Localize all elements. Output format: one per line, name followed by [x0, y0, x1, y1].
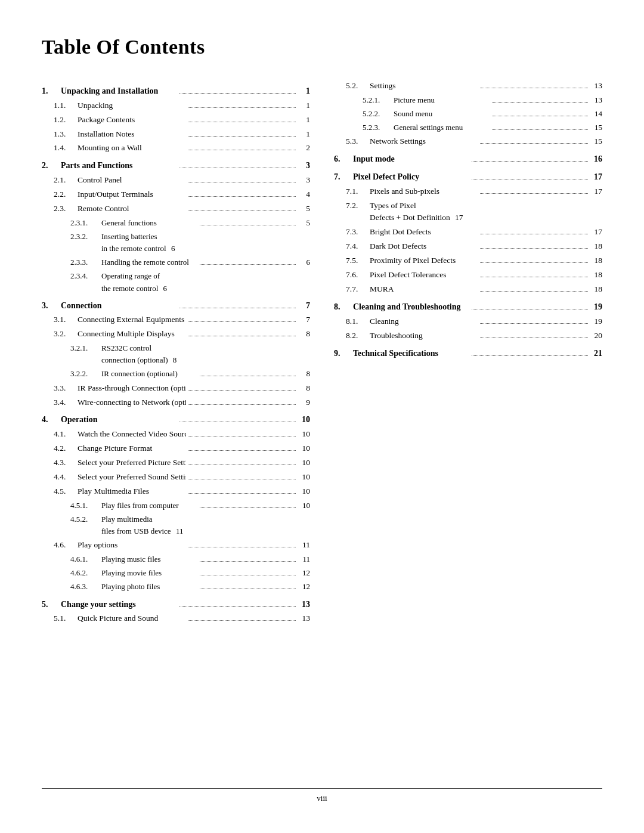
entry-label-line1: Operating range of: [101, 270, 310, 282]
entry-label: Remote Control: [78, 203, 186, 215]
entry-label: General settings menu: [394, 122, 490, 134]
entry-dots: [179, 422, 296, 422]
entry-number: 8.: [334, 301, 353, 314]
entry-label: IR Pass-through Connection (optional): [78, 382, 186, 395]
entry-page: 16: [589, 153, 602, 166]
entry-label: Connecting External Equipments: [78, 314, 186, 326]
entry-label: Mounting on a Wall: [78, 142, 186, 154]
entry-number: 5.2.: [346, 80, 370, 92]
entry-number: 6.: [334, 153, 353, 166]
entry-dots: [179, 308, 296, 308]
entry-label-line1: Play multimedia: [101, 513, 310, 525]
entry-page: 11: [297, 539, 310, 552]
entry-number: 4.6.1.: [70, 553, 101, 565]
toc-entry: 4.4.Select your Preferred Sound Settings…: [42, 471, 310, 484]
entry-number: 4.5.1.: [70, 500, 101, 512]
entry-label: Sound menu: [394, 108, 490, 120]
toc-entry: 4.1.Watch the Connected Video Source10: [42, 428, 310, 441]
entry-number: 1.1.: [54, 100, 78, 112]
entry-page: 6: [171, 244, 175, 253]
entry-label: Watch the Connected Video Source: [78, 428, 186, 441]
toc-entry: 5.2.Settings13: [334, 80, 602, 92]
entry-dots: [472, 309, 589, 309]
entry-dots: [480, 323, 589, 324]
entry-label-line1: RS232C control: [101, 342, 310, 354]
entry-number: 1.4.: [54, 142, 78, 154]
entry-dots: [188, 404, 296, 405]
entry-dots: [472, 355, 589, 356]
entry-dots: [480, 193, 589, 194]
toc-entry: 7.1.Pixels and Sub-pixels17: [334, 185, 602, 198]
entry-dots: [188, 210, 296, 211]
entry-label: Unpacking and Installation: [61, 85, 178, 98]
entry-label: Troubleshooting: [370, 330, 478, 342]
entry-dots: [188, 547, 296, 547]
toc-entry: 3.2.Connecting Multiple Displays8: [42, 328, 310, 340]
entry-number: 5.2.1.: [363, 94, 394, 106]
toc-entry: 5.3.Network Settings15: [334, 135, 602, 148]
entry-number: 2.3.2.: [70, 231, 101, 243]
toc-entry: 5.2.1.Picture menu13: [334, 94, 602, 106]
entry-label: Settings: [370, 80, 478, 92]
entry-page: 14: [589, 108, 602, 120]
entry-page: 5: [297, 203, 310, 215]
entry-label: IR connection (optional): [101, 368, 198, 380]
entry-page: 5: [297, 217, 310, 229]
entry-page: 10: [297, 485, 310, 498]
entry-page: 8: [297, 368, 310, 380]
toc-entry: 4.3.Select your Preferred Picture Settin…: [42, 457, 310, 469]
entry-number: 9.: [334, 347, 353, 360]
entry-number: 3.3.: [54, 382, 78, 395]
entry-label: Play files from computer: [101, 500, 198, 512]
entry-number: 2.3.: [54, 203, 78, 215]
entry-number: 4.6.: [54, 539, 78, 552]
toc-left-column: 1.Unpacking and Installation11.1.Unpacki…: [42, 80, 310, 627]
entry-number: 1.3.: [54, 128, 78, 141]
toc-entry: 2.3.Remote Control5: [42, 203, 310, 215]
entry-dots: [200, 264, 296, 265]
entry-label: Playing music files: [101, 553, 198, 565]
entry-number: 7.6.: [346, 269, 370, 281]
page-number: viii: [317, 794, 327, 803]
entry-label-line1: Types of Pixel: [370, 200, 602, 212]
toc-entry: 8.1.Cleaning19: [334, 315, 602, 328]
entry-number: 4.4.: [54, 471, 78, 484]
entry-label: Pixels and Sub-pixels: [370, 185, 478, 198]
entry-label-wrap: Inserting batteriesin the remote control…: [101, 231, 310, 255]
entry-page: 15: [589, 135, 602, 148]
entry-number: 3.2.: [54, 328, 78, 340]
entry-page: 1: [297, 128, 310, 141]
entry-page: 10: [297, 413, 310, 426]
entry-number: 7.7.: [346, 283, 370, 296]
toc-entry: 5.Change your settings13: [42, 598, 310, 611]
entry-number: 2.3.1.: [70, 217, 101, 229]
entry-label: Pixel Defect Tolerances: [370, 269, 478, 281]
toc-entry: 5.2.3.General settings menu15: [334, 122, 602, 134]
toc-entry: 4.2.Change Picture Format10: [42, 442, 310, 455]
entry-label-wrap: Operating range ofthe remote control 6: [101, 270, 310, 294]
entry-label: Package Contents: [78, 114, 186, 126]
toc-entry: 5.2.2.Sound menu14: [334, 108, 602, 120]
toc-entry: 8.2.Troubleshooting20: [334, 330, 602, 342]
entry-number: 3.2.2.: [70, 368, 101, 380]
entry-page: 20: [589, 330, 602, 342]
toc-entry: 4.6.Play options11: [42, 539, 310, 552]
entry-number: 1.2.: [54, 114, 78, 126]
toc-entry: 7.3.Bright Dot Defects17: [334, 226, 602, 239]
entry-number: 4.3.: [54, 457, 78, 469]
entry-number: 5.1.: [54, 612, 78, 625]
entry-dots: [200, 507, 296, 508]
toc-entry: 1.Unpacking and Installation1: [42, 85, 310, 98]
entry-dots: [200, 589, 296, 589]
entry-page: 3: [297, 174, 310, 187]
entry-dots: [480, 291, 589, 292]
entry-label: Change your settings: [61, 598, 178, 611]
entry-label: Unpacking: [78, 100, 186, 112]
entry-label: Play options: [78, 539, 186, 552]
toc-entry: 1.3.Installation Notes1: [42, 128, 310, 141]
entry-number: 7.3.: [346, 226, 370, 239]
entry-dots: [188, 136, 296, 137]
entry-number: 2.1.: [54, 174, 78, 187]
entry-label: MURA: [370, 283, 478, 296]
toc-entry: 7.4.Dark Dot Defects18: [334, 240, 602, 253]
